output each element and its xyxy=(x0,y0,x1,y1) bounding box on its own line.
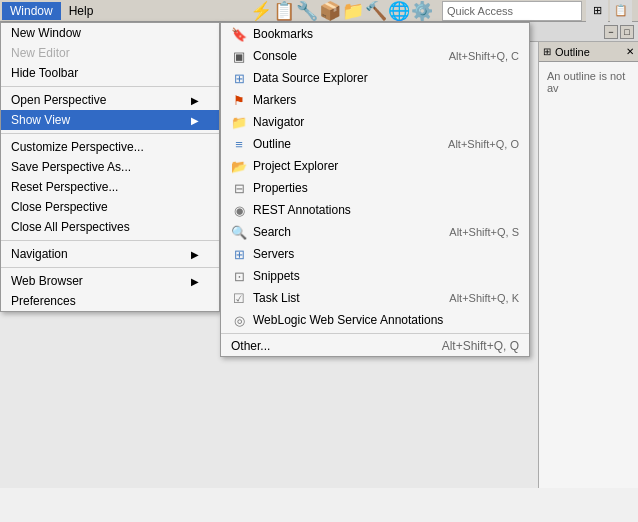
menu-label-open-perspective: Open Perspective xyxy=(11,93,106,107)
menu-label-close-all-perspectives: Close All Perspectives xyxy=(11,220,130,234)
sv-label-console: Console xyxy=(253,49,443,63)
sv-label-servers: Servers xyxy=(253,247,519,261)
outline-panel-title: Outline xyxy=(555,46,590,58)
window-menu-trigger[interactable]: Window xyxy=(2,2,61,20)
quick-access-input[interactable]: Quick Access xyxy=(442,1,582,21)
menu-item-show-view[interactable]: Show View▶ xyxy=(1,110,219,130)
menu-item-navigation[interactable]: Navigation▶ xyxy=(1,244,219,264)
sv-shortcut-search: Alt+Shift+Q, S xyxy=(449,226,519,238)
outline-panel-content: An outline is not av xyxy=(539,62,638,102)
menu-label-new-editor: New Editor xyxy=(11,46,70,60)
other-separator xyxy=(221,333,529,334)
sv-label-other: Other... xyxy=(231,339,270,353)
sv-label-rest-annotations: REST Annotations xyxy=(253,203,519,217)
arrow-icon-open-perspective: ▶ xyxy=(191,95,199,106)
menu-label-close-perspective: Close Perspective xyxy=(11,200,108,214)
markers-icon: ⚑ xyxy=(231,92,247,108)
menu-label-preferences: Preferences xyxy=(11,294,76,308)
console-icon: ▣ xyxy=(231,48,247,64)
sv-shortcut-outline: Alt+Shift+Q, O xyxy=(448,138,519,150)
separator-sep4 xyxy=(1,267,219,268)
search-icon: 🔍 xyxy=(231,224,247,240)
arrow-icon-web-browser: ▶ xyxy=(191,276,199,287)
menu-label-show-view: Show View xyxy=(11,113,70,127)
res-btn[interactable]: 📋 xyxy=(610,0,632,22)
menu-item-web-browser[interactable]: Web Browser▶ xyxy=(1,271,219,291)
sv-item-outline[interactable]: ≡OutlineAlt+Shift+Q, O xyxy=(221,133,529,155)
sv-label-properties: Properties xyxy=(253,181,519,195)
sv-item-weblogic[interactable]: ◎WebLogic Web Service Annotations xyxy=(221,309,529,331)
projexp-icon: 📂 xyxy=(231,158,247,174)
sv-item-properties[interactable]: ⊟Properties xyxy=(221,177,529,199)
servers-icon: ⊞ xyxy=(231,246,247,262)
sv-item-snippets[interactable]: ⊡Snippets xyxy=(221,265,529,287)
menu-label-navigation: Navigation xyxy=(11,247,68,261)
sv-item-bookmarks[interactable]: 🔖Bookmarks xyxy=(221,23,529,45)
help-menu-trigger[interactable]: Help xyxy=(61,2,102,20)
weblogic-icon: ◎ xyxy=(231,312,247,328)
menu-item-open-perspective[interactable]: Open Perspective▶ xyxy=(1,90,219,110)
datasource-icon: ⊞ xyxy=(231,70,247,86)
menu-item-new-window[interactable]: New Window xyxy=(1,23,219,43)
menu-label-reset-perspective: Reset Perspective... xyxy=(11,180,118,194)
sv-item-rest-annotations[interactable]: ◉REST Annotations xyxy=(221,199,529,221)
menu-label-save-perspective: Save Perspective As... xyxy=(11,160,131,174)
menu-bar: Window Help ⚡📋🔧📦📁🔨🌐⚙️ Quick Access ⊞ 📋 xyxy=(0,0,638,22)
rest-icon: ◉ xyxy=(231,202,247,218)
menu-item-save-perspective[interactable]: Save Perspective As... xyxy=(1,157,219,177)
menu-label-customize-perspective: Customize Perspective... xyxy=(11,140,144,154)
sv-item-navigator[interactable]: 📁Navigator xyxy=(221,111,529,133)
menu-item-reset-perspective[interactable]: Reset Perspective... xyxy=(1,177,219,197)
bookmarks-icon: 🔖 xyxy=(231,26,247,42)
menu-item-close-perspective[interactable]: Close Perspective xyxy=(1,197,219,217)
show-view-submenu: 🔖Bookmarks▣ConsoleAlt+Shift+Q, C⊞Data So… xyxy=(220,22,530,357)
sv-label-outline: Outline xyxy=(253,137,442,151)
separator-sep2 xyxy=(1,133,219,134)
sv-shortcut-task-list: Alt+Shift+Q, K xyxy=(449,292,519,304)
sv-label-snippets: Snippets xyxy=(253,269,519,283)
sv-label-search: Search xyxy=(253,225,443,239)
tasklist-icon: ☑ xyxy=(231,290,247,306)
arrow-icon-show-view: ▶ xyxy=(191,115,199,126)
sv-item-project-explorer[interactable]: 📂Project Explorer xyxy=(221,155,529,177)
sv-label-project-explorer: Project Explorer xyxy=(253,159,519,173)
sv-item-other[interactable]: Other...Alt+Shift+Q, Q xyxy=(221,336,529,356)
sv-shortcut-other: Alt+Shift+Q, Q xyxy=(442,339,519,353)
sv-shortcut-console: Alt+Shift+Q, C xyxy=(449,50,519,62)
menu-item-close-all-perspectives[interactable]: Close All Perspectives xyxy=(1,217,219,237)
separator-sep3 xyxy=(1,240,219,241)
navigator-icon: 📁 xyxy=(231,114,247,130)
menu-label-hide-toolbar: Hide Toolbar xyxy=(11,66,78,80)
sv-item-task-list[interactable]: ☑Task ListAlt+Shift+Q, K xyxy=(221,287,529,309)
sv-label-data-source-explorer: Data Source Explorer xyxy=(253,71,519,85)
snippets-icon: ⊡ xyxy=(231,268,247,284)
outline-panel: ⊞ Outline ✕ An outline is not av xyxy=(538,42,638,488)
sv-item-console[interactable]: ▣ConsoleAlt+Shift+Q, C xyxy=(221,45,529,67)
sv-item-data-source-explorer[interactable]: ⊞Data Source Explorer xyxy=(221,67,529,89)
separator-sep1 xyxy=(1,86,219,87)
sv-label-markers: Markers xyxy=(253,93,519,107)
props-icon: ⊟ xyxy=(231,180,247,196)
sv-label-bookmarks: Bookmarks xyxy=(253,27,519,41)
sv-label-task-list: Task List xyxy=(253,291,443,305)
menu-label-new-window: New Window xyxy=(11,26,81,40)
sv-label-navigator: Navigator xyxy=(253,115,519,129)
window-dropdown-menu: New WindowNew EditorHide ToolbarOpen Per… xyxy=(0,22,220,312)
menu-item-customize-perspective[interactable]: Customize Perspective... xyxy=(1,137,219,157)
sv-item-servers[interactable]: ⊞Servers xyxy=(221,243,529,265)
minimize-button[interactable]: − xyxy=(604,25,618,39)
quick-access-label: Quick Access xyxy=(447,5,513,17)
perspective-btn[interactable]: ⊞ xyxy=(586,0,608,22)
arrow-icon-navigation: ▶ xyxy=(191,249,199,260)
outline-close-btn[interactable]: ✕ xyxy=(626,46,634,57)
sv-label-weblogic: WebLogic Web Service Annotations xyxy=(253,313,519,327)
menu-item-hide-toolbar[interactable]: Hide Toolbar xyxy=(1,63,219,83)
menu-item-preferences[interactable]: Preferences xyxy=(1,291,219,311)
sv-item-search[interactable]: 🔍SearchAlt+Shift+Q, S xyxy=(221,221,529,243)
outline-panel-titlebar: ⊞ Outline ✕ xyxy=(539,42,638,62)
menu-label-web-browser: Web Browser xyxy=(11,274,83,288)
restore-button[interactable]: □ xyxy=(620,25,634,39)
outline-icon: ≡ xyxy=(231,136,247,152)
menu-item-new-editor: New Editor xyxy=(1,43,219,63)
sv-item-markers[interactable]: ⚑Markers xyxy=(221,89,529,111)
